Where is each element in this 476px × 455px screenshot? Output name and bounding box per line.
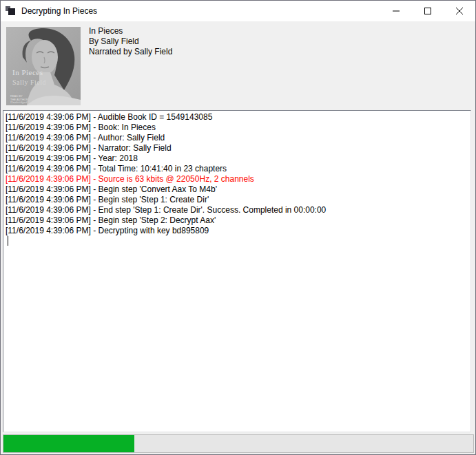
cover-unabridged-text: Unabridged — [10, 100, 27, 104]
log-line: [11/6/2019 4:39:06 PM] - Decrypting with… — [6, 226, 468, 236]
log-line: [11/6/2019 4:39:06 PM] - Begin step 'Ste… — [6, 195, 468, 205]
minimize-button[interactable] — [380, 1, 412, 21]
book-narrator: Narrated by Sally Field — [89, 47, 172, 57]
log-line-error: [11/6/2019 4:39:06 PM] - Source is 63 kb… — [6, 174, 468, 184]
app-icon — [6, 6, 16, 16]
minimize-icon — [393, 8, 400, 14]
book-cover-image: In Pieces Sally Field READ BY THE AUTHOR… — [6, 27, 81, 105]
log-line: [11/6/2019 4:39:06 PM] - Total Time: 10:… — [6, 164, 468, 174]
log-textbox[interactable]: [11/6/2019 4:39:06 PM] - Audible Book ID… — [3, 110, 471, 432]
progress-bar — [3, 434, 474, 453]
text-caret — [8, 236, 8, 246]
log-line: [11/6/2019 4:39:06 PM] - Begin step 'Con… — [6, 184, 468, 195]
log-line: [11/6/2019 4:39:06 PM] - Year: 2018 — [6, 154, 468, 164]
log-line: [11/6/2019 4:39:06 PM] - Book: In Pieces — [6, 123, 468, 133]
cover-portrait — [6, 27, 81, 105]
book-info-label: In Pieces By Sally Field Narrated by Sal… — [89, 26, 172, 57]
log-line: [11/6/2019 4:39:06 PM] - Audible Book ID… — [6, 112, 468, 123]
app-window: Decrypting In Pieces — [0, 0, 476, 455]
cover-title-text: In Pieces — [12, 68, 43, 76]
cover-author-text: Sally Field — [12, 78, 46, 86]
log-line: [11/6/2019 4:39:06 PM] - Narrator: Sally… — [6, 143, 468, 154]
log-line: [11/6/2019 4:39:06 PM] - Author: Sally F… — [6, 133, 468, 143]
book-title: In Pieces — [89, 26, 172, 36]
maximize-button[interactable] — [412, 1, 444, 21]
log-line: [11/6/2019 4:39:06 PM] - End step 'Step … — [6, 205, 468, 215]
titlebar[interactable]: Decrypting In Pieces — [1, 1, 475, 21]
close-button[interactable] — [444, 1, 475, 21]
log-line: [11/6/2019 4:39:06 PM] - Begin step 'Ste… — [6, 215, 468, 226]
close-icon — [456, 8, 463, 14]
window-title: Decrypting In Pieces — [21, 6, 97, 16]
progress-fill — [3, 435, 134, 452]
maximize-icon — [424, 8, 431, 14]
book-author: By Sally Field — [89, 36, 172, 47]
